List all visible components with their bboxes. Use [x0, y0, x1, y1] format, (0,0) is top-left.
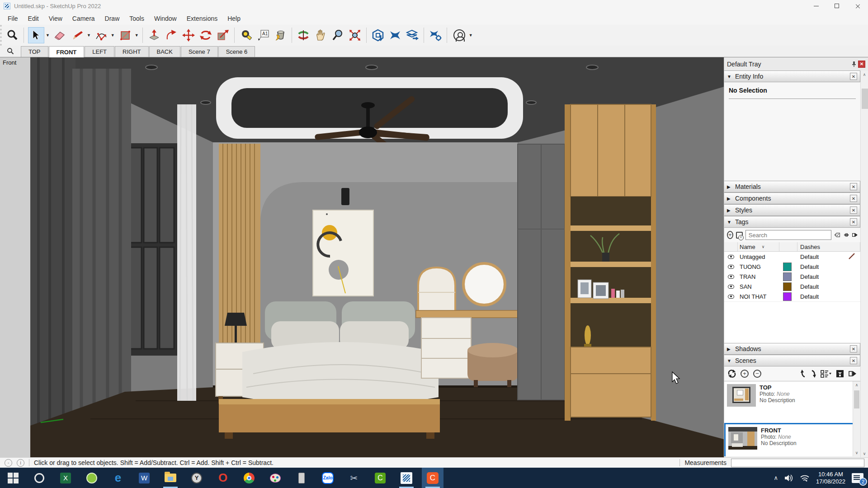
taskbar-camtasia-orange[interactable] [422, 468, 443, 488]
tag-color-swatch[interactable] [783, 292, 792, 301]
scene-tab-left[interactable]: LEFT [85, 46, 114, 57]
update-scene-icon[interactable] [728, 370, 736, 378]
taskbar-zalo[interactable] [317, 468, 339, 488]
start-button[interactable] [2, 468, 24, 488]
scene-tab-top[interactable]: TOP [21, 46, 48, 57]
tag-color-swatch[interactable] [783, 272, 792, 281]
follow-me-tool-button[interactable] [163, 27, 179, 43]
select-tool-button[interactable] [28, 27, 44, 43]
scenes-details-arrow-icon[interactable] [849, 370, 857, 377]
tag-row-san[interactable]: SAN Default [724, 282, 860, 291]
scene-tab-back[interactable]: BACK [149, 46, 180, 57]
visibility-eye-icon[interactable] [728, 295, 734, 299]
scene-search-button[interactable] [0, 45, 21, 57]
scene-tab-right[interactable]: RIGHT [115, 46, 148, 57]
tag-row-tuong[interactable]: TUONG Default [724, 262, 860, 272]
paint-bucket-tool-button[interactable] [272, 27, 288, 43]
add-scene-icon[interactable]: + [741, 370, 749, 378]
scale-tool-button[interactable] [215, 27, 231, 43]
account-dropdown-icon[interactable]: ▼ [469, 33, 473, 38]
move-scene-up-icon[interactable] [801, 370, 806, 378]
scene-tab-scene6[interactable]: Scene 6 [218, 46, 255, 57]
geolocation-icon[interactable]: ◦ [5, 459, 12, 467]
section-components[interactable]: ▶ Components ✕ [724, 192, 860, 204]
taskbar-word[interactable] [133, 468, 155, 488]
account-button[interactable] [451, 27, 467, 43]
arc-dropdown-icon[interactable]: ▼ [111, 33, 115, 38]
update-selected-scene-icon[interactable] [836, 370, 844, 378]
taskbar-snipping-tool[interactable] [343, 468, 365, 488]
view-options-icon[interactable] [821, 370, 831, 378]
edit-tag-icon[interactable] [834, 231, 840, 239]
scrollbar-thumb[interactable] [862, 89, 868, 109]
scroll-down-icon[interactable]: ∨ [853, 449, 860, 456]
shadows-close-button[interactable]: ✕ [850, 345, 857, 352]
scene-tab-front[interactable]: FRONT [49, 46, 85, 57]
close-button[interactable] [847, 0, 868, 12]
taskbar-opera[interactable] [212, 468, 234, 488]
tag-row-untagged[interactable]: Untagged Default [724, 252, 860, 262]
section-materials[interactable]: ▶ Materials ✕ [724, 181, 860, 192]
menu-extensions[interactable]: Extensions [182, 13, 222, 24]
menu-draw[interactable]: Draw [100, 13, 125, 24]
tag-color-swatch[interactable] [783, 282, 792, 291]
3d-warehouse-button[interactable] [370, 27, 386, 43]
orbit-tool-button[interactable] [295, 27, 311, 43]
share-model-button[interactable] [404, 27, 420, 43]
tags-search-input[interactable] [745, 230, 831, 240]
zoom-window-tool-button[interactable] [4, 27, 20, 43]
tape-measure-tool-button[interactable] [238, 27, 254, 43]
info-icon[interactable]: i [17, 459, 24, 467]
menu-view[interactable]: View [44, 13, 67, 24]
taskbar-clock[interactable]: 10:46 AM 17/08/2022 [816, 471, 845, 485]
section-shadows[interactable]: ▶ Shadows ✕ [724, 343, 860, 355]
rotate-tool-button[interactable] [198, 27, 214, 43]
shapes-tool-button[interactable] [117, 27, 133, 43]
components-close-button[interactable]: ✕ [850, 195, 857, 202]
scroll-down-icon[interactable]: ∨ [861, 450, 868, 457]
menu-file[interactable]: File [3, 13, 23, 24]
section-tags[interactable]: ▼ Tags ✕ [724, 216, 860, 228]
menu-camera[interactable]: Camera [67, 13, 100, 24]
action-center-button[interactable]: 2 [852, 473, 863, 483]
tag-color-swatch[interactable] [783, 263, 792, 271]
minimize-button[interactable] [806, 0, 826, 12]
scene-item-front[interactable]: FRONT Photo: None No Description [724, 423, 860, 456]
visibility-eye-icon[interactable] [728, 265, 734, 269]
menu-help[interactable]: Help [222, 13, 245, 24]
tag-row-noi-that[interactable]: NOI THAT Default [724, 291, 860, 301]
scene-item-top[interactable]: TOP Photo: None No Description [724, 381, 860, 423]
styles-close-button[interactable]: ✕ [850, 206, 857, 214]
extension-manager-button[interactable] [427, 27, 443, 43]
move-tool-button[interactable] [180, 27, 197, 43]
tray-close-button[interactable]: ✕ [858, 61, 865, 68]
tag-row-tran[interactable]: TRAN Default [724, 272, 860, 282]
visibility-eye-icon[interactable] [728, 275, 734, 279]
taskbar-phone[interactable] [291, 468, 312, 488]
tray-scrollbar[interactable]: ∧ ∨ [860, 70, 868, 457]
taskbar-camtasia-green[interactable] [369, 468, 391, 488]
remove-scene-icon[interactable]: − [753, 370, 761, 378]
tags-table-header[interactable]: Name∨ Dashes [724, 242, 860, 252]
arc-tool-button[interactable] [93, 27, 109, 43]
show-hidden-icons-button[interactable]: ∧ [774, 474, 778, 481]
select-dropdown-icon[interactable]: ▼ [46, 33, 50, 38]
volume-icon[interactable] [784, 474, 793, 482]
taskbar-coccoc[interactable] [81, 468, 103, 488]
scroll-up-icon[interactable]: ∧ [861, 70, 868, 78]
extension-warehouse-button[interactable] [387, 27, 403, 43]
tags-close-button[interactable]: ✕ [850, 218, 857, 225]
menu-window[interactable]: Window [149, 13, 182, 24]
eraser-tool-button[interactable] [51, 27, 67, 43]
menu-tools[interactable]: Tools [124, 13, 149, 24]
scenes-scrollbar[interactable]: ∧ ∨ [853, 381, 860, 456]
section-styles[interactable]: ▶ Styles ✕ [724, 204, 860, 216]
taskbar-file-explorer[interactable] [160, 468, 181, 488]
menu-edit[interactable]: Edit [23, 13, 44, 24]
shapes-dropdown-icon[interactable]: ▼ [135, 33, 139, 38]
taskbar-chrome[interactable] [238, 468, 260, 488]
section-scenes[interactable]: ▼ Scenes ✕ [724, 355, 860, 366]
taskbar-cortana[interactable] [28, 468, 50, 488]
tags-details-arrow-icon[interactable] [852, 231, 858, 239]
line-tool-button[interactable] [69, 27, 85, 43]
